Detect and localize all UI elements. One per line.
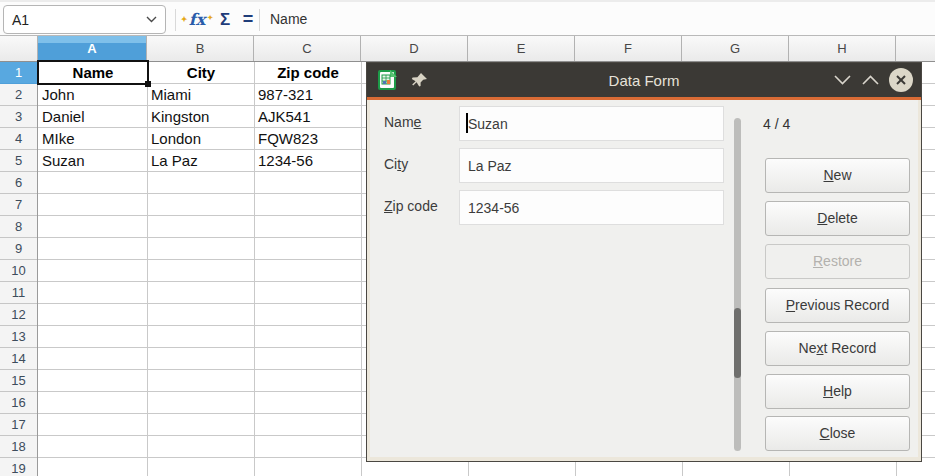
cell-c2[interactable]: 987-321: [255, 84, 360, 106]
row-header[interactable]: 10: [0, 260, 37, 282]
zipcode-field-label: Zip code: [384, 190, 459, 225]
row-header[interactable]: 6: [0, 172, 37, 194]
cell-b5[interactable]: La Paz: [148, 150, 253, 172]
row-header[interactable]: 1: [0, 62, 37, 84]
scrollbar-thumb[interactable]: [734, 308, 741, 378]
close-icon: [895, 74, 907, 86]
select-all-corner[interactable]: [0, 36, 38, 61]
record-counter: 4 / 4: [763, 116, 790, 132]
name-field-input[interactable]: [459, 106, 724, 141]
row-header[interactable]: 2: [0, 84, 37, 106]
label-mnemonic: e: [414, 114, 422, 130]
dialog-body: Name City Zip code: [370, 100, 918, 457]
cell-c1[interactable]: Zip code: [255, 62, 361, 84]
cell-a4[interactable]: MIke: [39, 128, 146, 150]
text-cursor: [466, 113, 468, 133]
chevron-up-icon[interactable]: [861, 74, 880, 86]
column-header-g[interactable]: G: [682, 36, 789, 61]
row-header[interactable]: 18: [0, 436, 37, 458]
row-header[interactable]: 15: [0, 370, 37, 392]
label-mnemonic: Z: [384, 198, 393, 214]
restore-button[interactable]: Restore: [765, 244, 910, 279]
grid-vline: [361, 62, 362, 476]
close-dialog-button[interactable]: [889, 68, 913, 92]
delete-button[interactable]: Delete: [765, 201, 910, 236]
name-field-row: Name: [384, 106, 726, 141]
toolbar-separator: [175, 9, 176, 31]
city-field-row: City: [384, 148, 726, 183]
name-box-dropdown-icon[interactable]: [146, 16, 157, 23]
row-headers: 12345678910111213141516171819: [0, 62, 38, 476]
column-header-c[interactable]: C: [254, 36, 361, 61]
label-text: y: [401, 156, 408, 172]
formula-equals-icon[interactable]: =: [238, 6, 258, 32]
dialog-scrollbar[interactable]: [734, 118, 741, 451]
row-header[interactable]: 4: [0, 128, 37, 150]
cell-c5[interactable]: 1234-56: [255, 150, 360, 172]
formula-bar: A1 fx Σ = Name: [0, 0, 935, 36]
toolbar-separator: [259, 9, 260, 31]
zipcode-field-row: Zip code: [384, 190, 726, 225]
name-field-label: Name: [384, 106, 459, 141]
cell-a3[interactable]: Daniel: [39, 106, 146, 128]
chevron-down-icon[interactable]: [833, 74, 852, 86]
row-header[interactable]: 13: [0, 326, 37, 348]
cell-b3[interactable]: Kingston: [148, 106, 253, 128]
row-header[interactable]: 11: [0, 282, 37, 304]
calc-document-icon: [376, 69, 398, 91]
help-button[interactable]: Help: [765, 374, 910, 409]
row-header[interactable]: 7: [0, 194, 37, 216]
column-header-a[interactable]: A: [38, 36, 147, 61]
row-header[interactable]: 19: [0, 458, 37, 476]
column-header-f[interactable]: F: [575, 36, 682, 61]
cell-reference-box[interactable]: A1: [3, 5, 166, 34]
cell-reference-value: A1: [12, 12, 146, 28]
row-header[interactable]: 5: [0, 150, 37, 172]
row-header[interactable]: 3: [0, 106, 37, 128]
column-header-d[interactable]: D: [361, 36, 468, 61]
label-text: Ci: [384, 156, 397, 172]
row-header[interactable]: 16: [0, 392, 37, 414]
close-button[interactable]: Close: [765, 416, 910, 451]
row-header[interactable]: 17: [0, 414, 37, 436]
sum-icon[interactable]: Σ: [214, 7, 236, 33]
cell-a2[interactable]: John: [39, 84, 146, 106]
cell-a5[interactable]: Suzan: [39, 150, 146, 172]
cell-c3[interactable]: AJK541: [255, 106, 360, 128]
row-header[interactable]: 12: [0, 304, 37, 326]
row-header[interactable]: 14: [0, 348, 37, 370]
pin-icon[interactable]: [411, 72, 428, 89]
cell-b4[interactable]: London: [148, 128, 253, 150]
column-header-b[interactable]: B: [147, 36, 254, 61]
formula-input-line[interactable]: Name: [270, 2, 307, 38]
column-header-partial: [896, 36, 935, 61]
cell-c4[interactable]: FQW823: [255, 128, 360, 150]
label-text: Nam: [384, 114, 414, 130]
form-fields: Name City Zip code: [384, 106, 726, 232]
row-header[interactable]: 8: [0, 216, 37, 238]
zipcode-field-input[interactable]: [459, 190, 724, 225]
row-header[interactable]: 9: [0, 238, 37, 260]
column-header-e[interactable]: E: [468, 36, 575, 61]
next-record-button[interactable]: Next Record: [765, 331, 910, 366]
label-text: ip code: [393, 198, 438, 214]
function-wizard-icon: fx: [189, 10, 205, 29]
cell-b2[interactable]: Miami: [148, 84, 253, 106]
city-field-input[interactable]: [459, 148, 724, 183]
column-headers: A B C D E F G H: [0, 36, 935, 62]
new-button[interactable]: New: [765, 158, 910, 193]
cell-b1[interactable]: City: [148, 62, 254, 84]
dialog-titlebar[interactable]: Data Form: [367, 63, 921, 97]
cell-a1[interactable]: Name: [39, 62, 147, 84]
data-form-dialog: Data Form Name: [366, 62, 922, 462]
previous-record-button[interactable]: Previous Record: [765, 288, 910, 323]
city-field-label: City: [384, 148, 459, 183]
column-header-h[interactable]: H: [789, 36, 896, 61]
function-wizard-button[interactable]: fx: [183, 7, 211, 33]
